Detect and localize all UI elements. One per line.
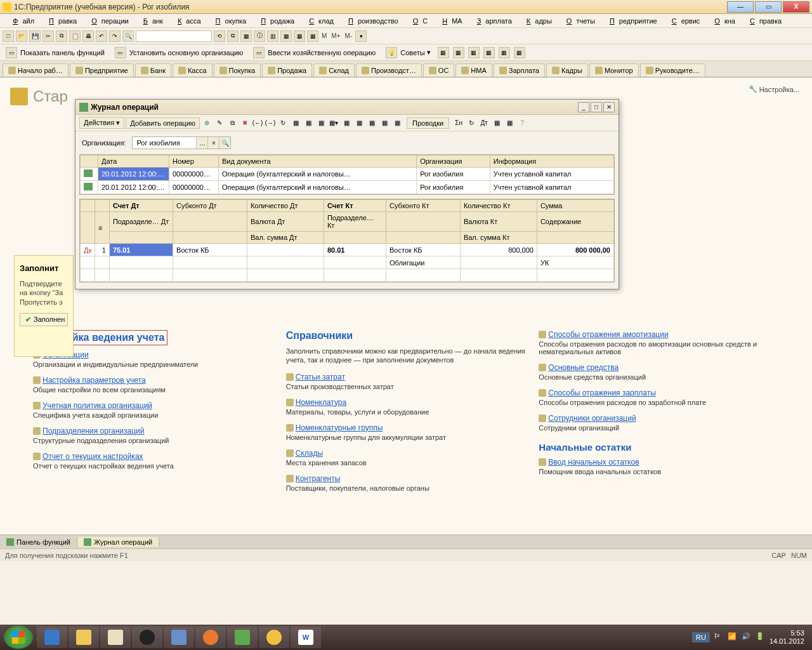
show-panel-button[interactable]: ▭Показать панель функций [3, 46, 108, 60]
entries-button[interactable]: Проводки [407, 117, 449, 129]
item-link[interactable]: Сотрудники организаций [539, 414, 779, 423]
item-link[interactable]: Настройка параметров учета [33, 376, 273, 385]
aux4-icon[interactable]: ▦ [483, 47, 495, 58]
tool-b-icon[interactable]: ⧉ [227, 30, 239, 42]
language-indicator[interactable]: RU [692, 632, 710, 642]
tool-f-icon[interactable]: ▾ [355, 30, 367, 42]
menu-касса[interactable]: Касса [169, 16, 206, 26]
calc-icon[interactable]: ▦ [240, 30, 252, 42]
item-link[interactable]: Ввод начальных остатков [539, 458, 779, 467]
taskbar-app2-icon[interactable] [132, 627, 162, 648]
item-link[interactable]: Подразделения организаций [33, 427, 273, 435]
tool2-icon[interactable]: ▦ [303, 117, 314, 129]
menu-справка[interactable]: Справка [741, 16, 786, 26]
tab-производст[interactable]: Производст… [356, 63, 422, 77]
filter-icon[interactable]: ▦▾ [328, 117, 339, 129]
menu-зарплата[interactable]: Зарплата [468, 16, 516, 26]
paste-icon[interactable]: 📋 [69, 30, 81, 42]
tool10-icon[interactable]: ▦ [491, 117, 502, 129]
tool5-icon[interactable]: ▦ [353, 117, 365, 129]
menu-правка[interactable]: Правка [40, 16, 81, 26]
tool3-icon[interactable]: ▦ [315, 117, 327, 129]
menu-нма[interactable]: НМА [433, 16, 466, 26]
tool-a-icon[interactable]: ⟲ [214, 30, 225, 42]
settings-link[interactable]: 🔧 Настройка... [749, 85, 799, 93]
tool1-icon[interactable]: ▦ [290, 117, 301, 129]
tool8-icon[interactable]: ▦ [391, 117, 403, 129]
undo-icon[interactable]: ↶ [96, 30, 107, 42]
aux2-icon[interactable]: ▦ [453, 47, 464, 58]
m-minus-label[interactable]: M- [344, 32, 354, 39]
tool6-icon[interactable]: ▦ [366, 117, 377, 129]
hint-button[interactable]: ✔Заполнен [20, 313, 68, 326]
wintab-журналопераций[interactable]: Журнал операций [77, 537, 159, 547]
dtdk-icon[interactable]: Дт [478, 117, 490, 129]
m-label[interactable]: M [320, 32, 328, 39]
taskbar-1c-icon[interactable] [259, 627, 289, 648]
org-select-button[interactable]: … [196, 137, 207, 149]
wintab-панельфункций[interactable]: Панель функций [0, 537, 77, 547]
taskbar-firefox-icon[interactable] [195, 627, 226, 648]
tab-ос[interactable]: ОС [423, 63, 455, 77]
save-icon[interactable]: 💾 [29, 30, 41, 42]
aux3-icon[interactable]: ▦ [468, 47, 480, 58]
tray-flag-icon[interactable]: 🏳 [714, 632, 724, 642]
add-operation-button[interactable]: Добавить операцию [126, 117, 200, 129]
entry-row[interactable]: Дк 1 75.01 Восток КБ 80.01 Восток КБ 800… [81, 244, 614, 256]
close-button[interactable]: X [783, 1, 809, 13]
minimize-button[interactable]: — [727, 1, 754, 13]
operations-grid[interactable]: ДатаНомерВид документаОрганизацияИнформа… [79, 154, 615, 195]
org-search-button[interactable]: 🔍 [219, 137, 230, 149]
menu-предприятие[interactable]: Предприятие [601, 16, 662, 26]
item-link[interactable]: Отчет о текущих настройках [33, 452, 273, 461]
tab-монитор[interactable]: Монитор [589, 63, 639, 77]
calendar-icon[interactable]: ▥ [267, 30, 278, 42]
grid2-header[interactable]: Счет Дт [109, 200, 173, 212]
grid2-header[interactable]: Субконто Дт [173, 200, 247, 212]
copy-icon[interactable]: ⧉ [56, 30, 67, 42]
grid1-header[interactable]: Вид документа [219, 156, 417, 168]
tab-банк[interactable]: Банк [135, 63, 171, 77]
actions-button[interactable]: Действия ▾ [79, 117, 124, 129]
grid1-row[interactable]: 20.01.2012 12:00:…00000000…Операция (бух… [81, 181, 614, 194]
taskbar-explorer-icon[interactable] [69, 627, 99, 648]
taskbar-app1-icon[interactable] [100, 627, 131, 648]
print-icon[interactable]: 🖶 [82, 30, 94, 42]
item-link[interactable]: Способы отражения зарплаты [539, 388, 779, 397]
grid2-header[interactable] [81, 200, 95, 212]
tool-c-icon[interactable]: ▦ [280, 30, 292, 42]
grid1-header[interactable]: Информация [490, 156, 613, 168]
taskbar-ie-icon[interactable] [37, 627, 67, 648]
tab-покупка[interactable]: Покупка [214, 63, 261, 77]
grid2-header[interactable]: Сумма [537, 200, 613, 212]
help-icon[interactable]: ? [516, 117, 528, 129]
tool9-icon[interactable]: ↻ [466, 117, 477, 129]
search-icon[interactable]: 🔍 [122, 30, 134, 42]
redo-icon[interactable]: ↷ [109, 30, 121, 42]
grid2-header[interactable]: Субконто Кт [386, 200, 461, 212]
taskbar-paint-icon[interactable] [164, 627, 194, 648]
grid1-header[interactable]: Дата [98, 156, 169, 168]
tool11-icon[interactable]: ▦ [504, 117, 515, 129]
sum-icon[interactable]: Σн [453, 117, 464, 129]
entries-grid[interactable]: Счет ДтСубконто ДтКоличество ДтСчет КтСу… [79, 199, 615, 282]
maximize-button[interactable]: ▭ [755, 1, 782, 13]
grid2-header[interactable] [95, 200, 109, 212]
set-org-button[interactable]: ▭Установить основную организацию [112, 46, 247, 60]
journal-maximize-button[interactable]: □ [591, 102, 602, 112]
tray-volume-icon[interactable]: 🔊 [742, 632, 752, 642]
journal-close-button[interactable]: ✕ [603, 102, 615, 112]
grid1-header[interactable]: Номер [169, 156, 219, 168]
grid1-row[interactable]: 20.01.2012 12:00:…00000000…Операция (бух… [81, 168, 614, 181]
menu-кадры[interactable]: Кадры [518, 16, 556, 26]
tab-касса[interactable]: Касса [173, 63, 213, 77]
tab-кадры[interactable]: Кадры [546, 63, 588, 77]
item-link[interactable]: Основные средства [539, 363, 779, 372]
nav-prev-icon[interactable]: (←) [252, 117, 263, 129]
edit-icon[interactable]: ✎ [214, 117, 225, 129]
menu-производство[interactable]: Производство [339, 16, 403, 26]
aux5-icon[interactable]: ▦ [499, 47, 510, 58]
menu-отчеты[interactable]: Отчеты [558, 16, 599, 26]
entry-row[interactable]: Облигации УК [81, 256, 614, 269]
cut-icon[interactable]: ✂ [43, 30, 54, 42]
